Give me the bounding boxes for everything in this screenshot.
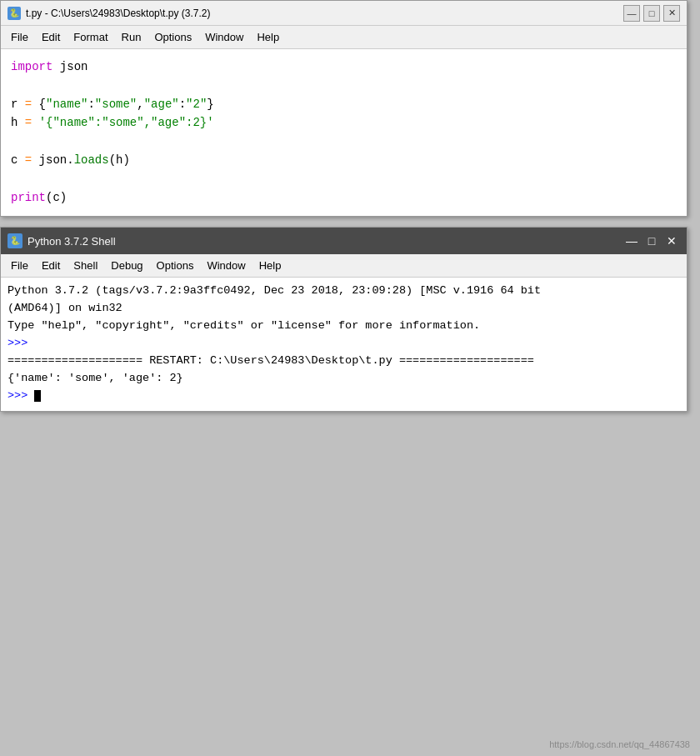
watermark: https://blog.csdn.net/qq_44867438 — [549, 739, 690, 749]
code-comma1: , — [137, 98, 143, 111]
shell-title-left: 🐍 Python 3.7.2 Shell — [8, 233, 116, 248]
code-colon2: : — [179, 98, 186, 111]
shell-window: 🐍 Python 3.7.2 Shell — □ ✕ File Edit She… — [0, 227, 688, 412]
code-equals: = — [25, 98, 32, 111]
code-line-print: print(c) — [11, 188, 677, 207]
code-colon1: : — [88, 98, 94, 111]
menu-edit[interactable]: Edit — [35, 29, 67, 45]
shell-icon: 🐍 — [8, 233, 22, 248]
code-string1: "name" — [46, 98, 88, 111]
editor-close-button[interactable]: ✕ — [663, 5, 680, 22]
shell-menu-window[interactable]: Window — [200, 258, 252, 273]
keyword-import: import — [11, 60, 52, 73]
menu-format[interactable]: Format — [67, 29, 114, 45]
shell-menu-file[interactable]: File — [4, 258, 35, 273]
shell-title: Python 3.7.2 Shell — [28, 235, 116, 248]
editor-minimize-button[interactable]: — — [623, 5, 640, 22]
editor-controls: — □ ✕ — [623, 5, 680, 22]
code-line-blank1 — [11, 76, 677, 94]
code-brace: } — [207, 98, 213, 111]
code-parens: (h) — [109, 153, 130, 167]
shell-minimize-button[interactable]: — — [623, 233, 640, 249]
menu-run[interactable]: Run — [115, 29, 148, 45]
keyword-print: print — [11, 191, 46, 204]
shell-menu-shell[interactable]: Shell — [67, 258, 104, 273]
code-text: { — [32, 98, 46, 111]
menu-options[interactable]: Options — [148, 29, 198, 45]
code-equals2: = — [25, 116, 32, 129]
code-string4: "2" — [186, 98, 207, 111]
code-line-blank3 — [11, 169, 677, 188]
shell-menu-debug[interactable]: Debug — [104, 258, 149, 273]
shell-close-button[interactable]: ✕ — [663, 233, 680, 249]
code-line-r: r = {"name":"some","age":"2"} — [11, 95, 677, 113]
shell-controls: — □ ✕ — [623, 233, 680, 249]
shell-maximize-button[interactable]: □ — [643, 233, 660, 249]
editor-icon: 🐍 — [8, 7, 21, 20]
shell-line-prompt1: >>> — [8, 335, 680, 353]
code-area[interactable]: import json r = {"name":"some","age":"2"… — [1, 49, 687, 216]
editor-menu-bar: File Edit Format Run Options Window Help — [1, 26, 687, 49]
editor-maximize-button[interactable]: □ — [643, 5, 660, 22]
shell-line-restart: ==================== RESTART: C:\Users\2… — [8, 353, 680, 370]
code-space — [32, 116, 38, 129]
code-print-args: (c) — [46, 191, 67, 204]
menu-help[interactable]: Help — [250, 29, 286, 45]
shell-line-result: {'name': 'some', 'age': 2} — [8, 370, 680, 388]
shell-menu-bar: File Edit Shell Debug Options Window Hel… — [1, 254, 687, 278]
code-line-blank2 — [11, 133, 677, 151]
menu-window[interactable]: Window — [198, 29, 250, 45]
code-h-var: h — [11, 116, 25, 129]
shell-line-prompt2: >>> — [8, 388, 680, 405]
editor-window: 🐍 t.py - C:\Users\24983\Desktop\t.py (3.… — [0, 0, 688, 217]
code-loads: loads — [74, 153, 109, 167]
editor-title-left: 🐍 t.py - C:\Users\24983\Desktop\t.py (3.… — [8, 7, 210, 20]
shell-line-version2: (AMD64)] on win32 — [8, 300, 680, 318]
shell-menu-options[interactable]: Options — [150, 258, 201, 273]
code-h-string: '{"name":"some","age":2}' — [39, 116, 214, 129]
code-line-import: import json — [11, 58, 677, 76]
code-line-c: c = json.loads(h) — [11, 151, 677, 169]
shell-menu-help[interactable]: Help — [252, 258, 288, 273]
cursor — [34, 390, 41, 402]
editor-title: t.py - C:\Users\24983\Desktop\t.py (3.7.… — [26, 8, 210, 19]
shell-line-info: Type "help", "copyright", "credits" or "… — [8, 318, 680, 335]
shell-title-bar: 🐍 Python 3.7.2 Shell — □ ✕ — [1, 228, 687, 254]
code-r-var: r — [11, 98, 25, 111]
code-text: json — [52, 60, 88, 73]
code-equals3: = — [25, 153, 32, 167]
shell-line-version1: Python 3.7.2 (tags/v3.7.2:9a3ffc0492, De… — [8, 283, 680, 300]
code-json-loads: json. — [32, 153, 73, 167]
code-string3: "age" — [144, 98, 179, 111]
shell-output[interactable]: Python 3.7.2 (tags/v3.7.2:9a3ffc0492, De… — [1, 278, 687, 411]
shell-menu-edit[interactable]: Edit — [35, 258, 67, 273]
code-string2: "some" — [95, 98, 137, 111]
code-line-h: h = '{"name":"some","age":2}' — [11, 113, 677, 132]
editor-title-bar: 🐍 t.py - C:\Users\24983\Desktop\t.py (3.… — [1, 1, 687, 26]
menu-file[interactable]: File — [4, 29, 35, 45]
code-c-var: c — [11, 153, 25, 167]
